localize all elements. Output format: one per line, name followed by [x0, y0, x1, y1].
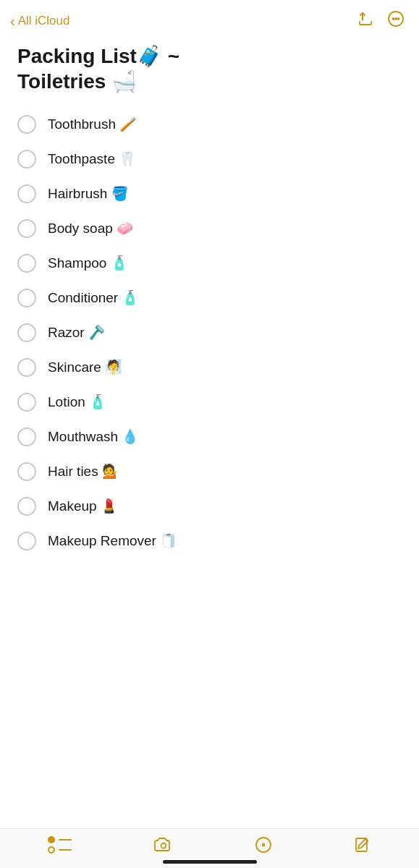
- item-label-8: Skincare 🧖: [48, 359, 122, 377]
- item-label-9: Lotion 🧴: [48, 393, 106, 412]
- check-dot-empty: [48, 846, 55, 854]
- item-label-11: Hair ties 💁: [48, 463, 119, 481]
- list-item[interactable]: Conditioner 🧴: [14, 281, 405, 315]
- checkbox-6[interactable]: [17, 289, 36, 307]
- svg-point-2: [393, 18, 394, 20]
- item-label-3: Hairbrush 🪣: [48, 185, 129, 203]
- checkbox-4[interactable]: [17, 219, 36, 238]
- list-item[interactable]: Mouthwash 💧: [14, 420, 405, 454]
- item-label-13: Makeup Remover 🧻: [48, 532, 177, 550]
- svg-point-8: [263, 844, 265, 846]
- checklist: Toothbrush 🪥 Toothpaste 🦷 Hairbrush 🪣 Bo…: [0, 107, 419, 558]
- note-title: Packing List🧳 ~ Toiletries 🛁: [17, 43, 402, 94]
- list-item[interactable]: Shampoo 🧴: [14, 246, 405, 281]
- svg-point-3: [395, 18, 397, 20]
- checkbox-11[interactable]: [17, 462, 36, 481]
- back-label: All iCloud: [18, 14, 70, 28]
- checkbox-5[interactable]: [17, 254, 36, 273]
- title-line1: Packing List🧳 ~: [17, 45, 179, 67]
- svg-point-5: [161, 843, 166, 848]
- list-item[interactable]: Hair ties 💁: [14, 454, 405, 489]
- check-line-1: [59, 839, 72, 841]
- top-nav: ‹ All iCloud: [0, 0, 419, 38]
- back-button[interactable]: ‹ All iCloud: [10, 14, 69, 28]
- item-label-4: Body soap 🧼: [48, 220, 134, 238]
- list-item[interactable]: Makeup Remover 🧻: [14, 524, 405, 558]
- compose-icon: [354, 836, 371, 854]
- check-line-2: [59, 849, 72, 851]
- list-item[interactable]: Toothbrush 🪥: [14, 107, 405, 142]
- item-label-12: Makeup 💄: [48, 498, 118, 516]
- checkbox-13[interactable]: [17, 532, 36, 550]
- location-toolbar-button[interactable]: [255, 836, 272, 854]
- checkbox-7[interactable]: [17, 323, 36, 342]
- list-item[interactable]: Razor 🪒: [14, 315, 405, 350]
- compose-toolbar-button[interactable]: [354, 836, 371, 854]
- title-section: Packing List🧳 ~ Toiletries 🛁: [0, 38, 419, 107]
- svg-point-4: [398, 18, 399, 20]
- more-icon[interactable]: [387, 10, 405, 32]
- item-label-7: Razor 🪒: [48, 324, 106, 342]
- check-dot-filled: [48, 836, 55, 843]
- camera-toolbar-button[interactable]: [153, 836, 174, 854]
- checkbox-2[interactable]: [17, 150, 36, 169]
- checklist-icon: [48, 836, 72, 854]
- checkbox-9[interactable]: [17, 393, 36, 412]
- item-label-6: Conditioner 🧴: [48, 289, 139, 307]
- list-item[interactable]: Toothpaste 🦷: [14, 142, 405, 176]
- location-icon: [255, 836, 272, 854]
- item-label-1: Toothbrush 🪥: [48, 116, 137, 134]
- checkbox-1[interactable]: [17, 115, 36, 134]
- checkbox-3[interactable]: [17, 184, 36, 203]
- home-indicator: [163, 860, 257, 864]
- checklist-toolbar-button[interactable]: [48, 836, 72, 854]
- list-item[interactable]: Lotion 🧴: [14, 385, 405, 420]
- camera-icon: [153, 836, 174, 854]
- checkbox-12[interactable]: [17, 497, 36, 516]
- svg-rect-9: [356, 838, 367, 851]
- checkbox-10[interactable]: [17, 427, 36, 446]
- list-item[interactable]: Body soap 🧼: [14, 211, 405, 246]
- share-icon[interactable]: [357, 10, 374, 32]
- item-label-5: Shampoo 🧴: [48, 255, 128, 273]
- list-item[interactable]: Makeup 💄: [14, 489, 405, 524]
- item-label-2: Toothpaste 🦷: [48, 150, 136, 169]
- list-item[interactable]: Skincare 🧖: [14, 350, 405, 385]
- checkbox-8[interactable]: [17, 358, 36, 377]
- item-label-10: Mouthwash 💧: [48, 428, 139, 446]
- list-item[interactable]: Hairbrush 🪣: [14, 176, 405, 211]
- chevron-left-icon: ‹: [10, 14, 15, 28]
- nav-actions: [357, 10, 405, 32]
- title-line2: Toiletries 🛁: [17, 70, 137, 93]
